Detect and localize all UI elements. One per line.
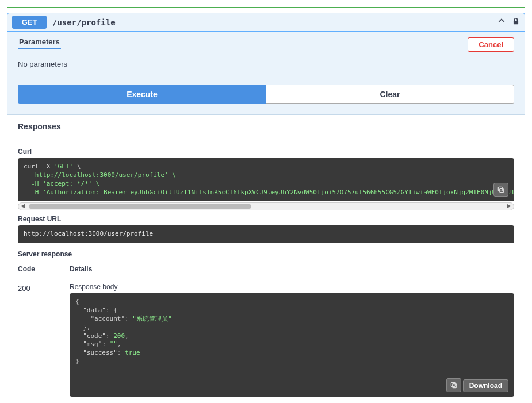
http-method-badge: GET	[12, 16, 47, 29]
download-button[interactable]: Download	[463, 379, 508, 392]
lock-icon[interactable]	[512, 17, 520, 27]
execute-button[interactable]: Execute	[18, 85, 266, 104]
copy-body-button[interactable]	[446, 378, 461, 392]
response-code: 200	[18, 283, 52, 403]
copy-curl-button[interactable]	[493, 183, 508, 197]
request-url-block[interactable]: http://localhost:3000/user/profile	[18, 225, 514, 243]
svg-rect-1	[500, 189, 504, 193]
response-table-header: Code Details	[18, 260, 514, 277]
svg-rect-0	[514, 21, 518, 24]
response-row: 200 Response body { "data": { "account":…	[18, 277, 514, 403]
curl-block[interactable]: curl -X 'GET' \ 'http://localhost:3000/u…	[18, 158, 514, 201]
parameters-tab[interactable]: Parameters	[18, 37, 61, 49]
request-url-value: http://localhost:3000/user/profile	[24, 230, 153, 237]
cancel-button[interactable]: Cancel	[468, 37, 514, 52]
horizontal-scrollbar[interactable]	[18, 202, 514, 210]
response-body-block[interactable]: { "data": { "account": "系统管理员" }, "code"…	[70, 293, 514, 396]
previous-block-edge	[7, 7, 525, 8]
request-url-label: Request URL	[18, 215, 514, 223]
response-body-label: Response body	[70, 283, 514, 291]
no-parameters-text: No parameters	[7, 54, 525, 79]
server-response-label: Server response	[18, 250, 514, 258]
curl-label: Curl	[18, 148, 514, 156]
parameters-header: Parameters Cancel	[7, 32, 525, 54]
chevron-up-icon[interactable]	[495, 16, 508, 28]
svg-rect-4	[451, 382, 455, 386]
col-details: Details	[70, 265, 514, 273]
col-code: Code	[18, 265, 52, 273]
clear-button[interactable]: Clear	[266, 85, 514, 104]
endpoint-block: GET /user/profile Parameters Cancel No p…	[7, 13, 525, 403]
responses-title: Responses	[7, 115, 525, 137]
endpoint-path: /user/profile	[52, 18, 116, 27]
endpoint-summary[interactable]: GET /user/profile	[7, 13, 525, 32]
svg-rect-3	[453, 383, 457, 387]
svg-rect-2	[498, 187, 502, 191]
